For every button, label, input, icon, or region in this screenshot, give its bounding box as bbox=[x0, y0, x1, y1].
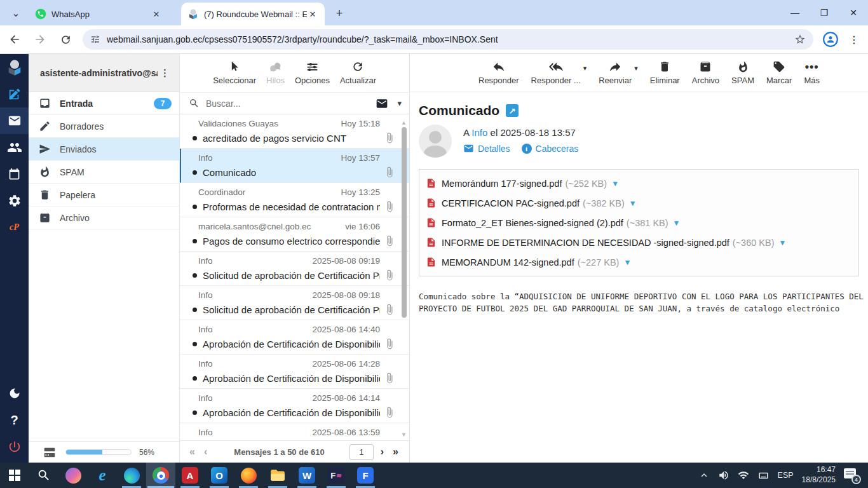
table-row[interactable]: Info2025-08-08 09:19 Solicitud de aproba… bbox=[180, 252, 409, 286]
reload-button[interactable] bbox=[55, 29, 76, 50]
prev-page-button[interactable]: ‹ bbox=[200, 446, 212, 458]
forward-button[interactable]: Reenviar bbox=[599, 59, 632, 85]
restore-button[interactable]: ❐ bbox=[810, 0, 839, 25]
clock[interactable]: 16:47 18/8/2025 bbox=[802, 465, 836, 485]
chevron-down-icon[interactable]: ▼ bbox=[623, 258, 631, 267]
dark-mode-button[interactable] bbox=[0, 380, 29, 407]
chevron-down-icon[interactable]: ▼ bbox=[611, 179, 619, 188]
chevron-down-icon[interactable]: ▼ bbox=[673, 219, 681, 227]
table-row[interactable]: Info2025-08-06 14:14 Aprobación de Certi… bbox=[180, 389, 409, 423]
table-row[interactable]: Info2025-08-06 13:59 bbox=[180, 423, 409, 440]
attachment-name[interactable]: Memorándum 177-signed.pdf bbox=[442, 179, 562, 189]
copilot-button[interactable] bbox=[58, 463, 88, 488]
threads-button[interactable]: Hilos bbox=[266, 59, 285, 85]
mark-button[interactable]: Marcar bbox=[766, 59, 792, 85]
attachment-item[interactable]: Formato_2_ET Bienes-signed-signed (2).pd… bbox=[426, 217, 680, 228]
table-row[interactable]: CoordinadorHoy 13:25 Proformas de necesi… bbox=[180, 183, 409, 217]
scroll-down-icon[interactable]: ▼ bbox=[401, 431, 407, 438]
headers-toggle[interactable]: i Cabeceras bbox=[522, 144, 579, 154]
sidebar-item-papelera[interactable]: Papelera bbox=[29, 184, 179, 207]
scroll-up-icon[interactable]: ▲ bbox=[401, 119, 407, 126]
sidebar-item-enviados[interactable]: Enviados bbox=[29, 138, 179, 161]
table-row[interactable]: Validaciones GuayasHoy 15:18 acreditado … bbox=[180, 114, 409, 149]
search-input[interactable] bbox=[206, 98, 376, 109]
address-bar[interactable]: webmail.sanjuan.gob.ec/cpsess0751905572/… bbox=[83, 29, 813, 50]
attachment-name[interactable]: MEMORANDUM 142-signed.pdf bbox=[442, 257, 574, 268]
list-scrollbar[interactable]: ▲ ▼ bbox=[401, 114, 407, 440]
chevron-down-icon[interactable]: ▼ bbox=[629, 199, 637, 208]
attachment-item[interactable]: Memorándum 177-signed.pdf (~252 KB) ▼ bbox=[426, 178, 619, 189]
profile-icon[interactable] bbox=[822, 31, 839, 48]
firefox-button[interactable] bbox=[234, 463, 263, 488]
contacts-nav-button[interactable] bbox=[0, 134, 29, 161]
reply-all-button[interactable]: Responder ... bbox=[531, 59, 581, 85]
archive-button[interactable]: Archivo bbox=[692, 59, 719, 85]
next-page-button[interactable]: › bbox=[376, 446, 388, 458]
tab-whatsapp[interactable]: WhatsApp ✕ bbox=[29, 3, 168, 25]
delete-button[interactable]: Eliminar bbox=[650, 59, 680, 85]
notification-center-button[interactable]: 4 bbox=[844, 468, 859, 482]
back-button[interactable] bbox=[4, 29, 25, 50]
site-info-icon[interactable] bbox=[90, 34, 100, 44]
account-menu-icon[interactable]: ⋮ bbox=[158, 67, 173, 79]
chevron-down-icon[interactable]: ▾ bbox=[634, 64, 638, 72]
table-row[interactable]: maricela.santos@cnel.gob.ecvie 16:06 Pag… bbox=[180, 217, 409, 252]
file-explorer-button[interactable] bbox=[263, 463, 292, 488]
attachment-name[interactable]: INFORME DE DETERMINACION DE NECESIDAD -s… bbox=[442, 238, 729, 248]
tab-search-button[interactable]: ⌄ bbox=[6, 5, 25, 20]
start-button[interactable] bbox=[0, 463, 29, 488]
language-indicator[interactable]: ESP bbox=[778, 471, 794, 480]
first-page-button[interactable]: « bbox=[185, 446, 200, 458]
recipient-link[interactable]: Info bbox=[471, 127, 487, 138]
refresh-button[interactable]: Actualizar bbox=[340, 59, 376, 85]
page-number-input[interactable] bbox=[349, 444, 374, 460]
options-button[interactable]: Opciones bbox=[295, 59, 330, 85]
open-in-new-window-icon[interactable]: ↗ bbox=[506, 104, 519, 117]
details-toggle[interactable]: Detalles bbox=[463, 143, 510, 154]
attachment-name[interactable]: CERTIFICACION PAC-signed.pdf bbox=[442, 198, 580, 208]
table-row-selected[interactable]: InfoHoy 13:57 Comunicado bbox=[180, 149, 409, 183]
sidebar-item-entrada[interactable]: Entrada 7 bbox=[29, 92, 179, 115]
attachment-item[interactable]: INFORME DE DETERMINACION DE NECESIDAD -s… bbox=[426, 237, 786, 248]
tab-close-icon[interactable]: ✕ bbox=[151, 8, 162, 20]
volume-icon[interactable] bbox=[718, 470, 729, 481]
internet-explorer-button[interactable]: e bbox=[88, 463, 117, 488]
attachment-item[interactable]: CERTIFICACION PAC-signed.pdf (~382 KB) ▼ bbox=[426, 198, 637, 208]
sidebar-item-spam[interactable]: SPAM bbox=[29, 161, 179, 184]
browser-menu-icon[interactable]: ⋮ bbox=[846, 34, 862, 46]
table-row[interactable]: Info2025-08-06 14:28 Aprobación de Certi… bbox=[180, 355, 409, 389]
wifi-icon[interactable] bbox=[738, 470, 749, 481]
table-row[interactable]: Info2025-08-08 09:18 Solicitud de aproba… bbox=[180, 286, 409, 320]
help-button[interactable]: ? bbox=[0, 407, 29, 433]
chevron-down-icon[interactable]: ▾ bbox=[583, 64, 587, 72]
table-row[interactable]: Info2025-08-06 14:40 Aprobación de Certi… bbox=[180, 320, 409, 355]
close-button[interactable]: ✕ bbox=[839, 0, 868, 25]
sidebar-item-archivo[interactable]: Archivo bbox=[29, 207, 179, 229]
last-page-button[interactable]: » bbox=[388, 446, 403, 458]
forward-button[interactable] bbox=[29, 29, 51, 50]
minimize-button[interactable]: — bbox=[780, 0, 810, 25]
word-button[interactable]: W bbox=[292, 463, 322, 488]
settings-nav-button[interactable] bbox=[0, 187, 29, 214]
signing-app-button[interactable]: F≋ bbox=[322, 463, 351, 488]
scrollbar-thumb[interactable] bbox=[402, 127, 407, 318]
attachment-item[interactable]: MEMORANDUM 142-signed.pdf (~227 KB) ▼ bbox=[426, 257, 631, 268]
tab-close-icon[interactable]: ✕ bbox=[307, 8, 318, 20]
edge-button[interactable] bbox=[117, 463, 146, 488]
outlook-button[interactable]: O bbox=[205, 463, 234, 488]
chrome-button[interactable]: ☻ bbox=[146, 463, 175, 488]
touch-keyboard-icon[interactable] bbox=[757, 470, 770, 482]
new-tab-button[interactable]: + bbox=[332, 6, 347, 21]
attachment-name[interactable]: Formato_2_ET Bienes-signed-signed (2).pd… bbox=[442, 218, 623, 228]
tab-roundcube[interactable]: (7) Roundcube Webmail :: Envia ✕ bbox=[181, 3, 325, 25]
calendar-nav-button[interactable] bbox=[0, 161, 29, 187]
search-scope-icon[interactable] bbox=[376, 97, 388, 110]
sidebar-item-borradores[interactable]: Borradores bbox=[29, 115, 179, 138]
taskbar-search-button[interactable] bbox=[29, 463, 58, 488]
logout-button[interactable] bbox=[0, 433, 29, 460]
chevron-down-icon[interactable]: ▼ bbox=[779, 238, 787, 247]
acrobat-button[interactable]: A bbox=[175, 463, 205, 488]
more-button[interactable]: ••• Más bbox=[804, 59, 820, 85]
reply-button[interactable]: Responder bbox=[478, 59, 519, 85]
spam-button[interactable]: SPAM bbox=[731, 59, 754, 85]
